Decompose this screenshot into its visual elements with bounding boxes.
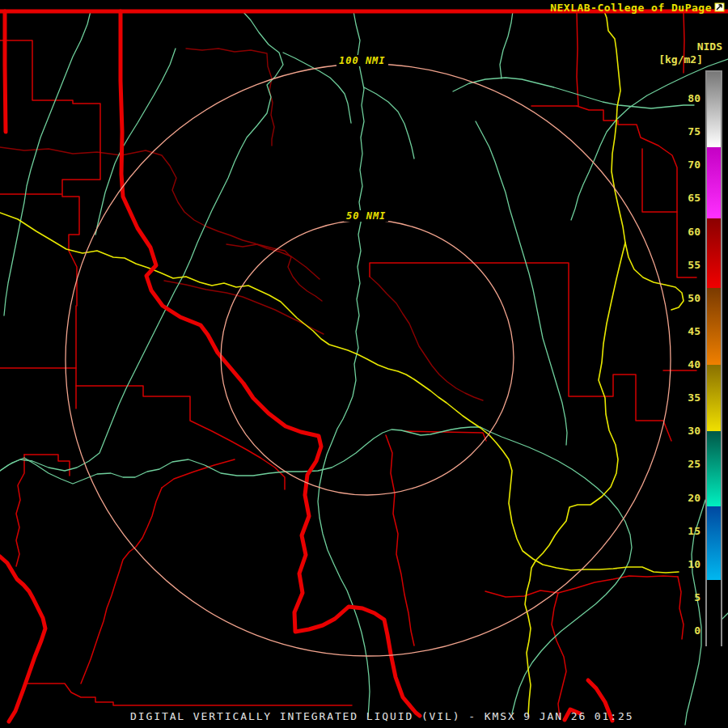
nw-arrow-box-icon — [714, 2, 725, 12]
colorbar-tick-label: 80 — [688, 92, 700, 105]
colorbar-tick-label: 50 — [688, 292, 700, 305]
river-line — [0, 11, 283, 471]
colorbar-tick-label: 40 — [688, 358, 700, 371]
county-boundary-dark — [186, 49, 274, 146]
county-boundary — [81, 488, 162, 684]
county-boundary — [485, 576, 678, 597]
colorbar-units: [kg/m2] — [658, 53, 703, 66]
county-boundary-dark — [0, 147, 320, 279]
river-line — [0, 427, 632, 713]
highway-line — [0, 213, 679, 573]
colorbar-segment — [707, 365, 721, 431]
header-title: NEXLAB-College of DuPage — [550, 2, 712, 14]
river-line — [364, 87, 414, 159]
range-ring-label-50nmi: 50 NMI — [344, 210, 388, 222]
colorbar-tick-label: 60 — [688, 226, 700, 239]
county-boundary-dark — [226, 244, 322, 301]
colorbar-segment — [707, 506, 721, 580]
colorbar-tick-label: 75 — [688, 125, 700, 138]
colorbar-tick-label: 5 — [694, 591, 700, 604]
colorbar-segment — [707, 288, 721, 365]
colorbar-segment — [707, 147, 721, 218]
colorbar-title: NIDS — [697, 40, 722, 53]
colorbar-tick-label: 10 — [688, 558, 700, 571]
colorbar-segment — [707, 218, 721, 288]
county-boundary — [577, 11, 578, 106]
colorbar-segment — [707, 72, 721, 147]
colorbar-tick-label: 45 — [688, 325, 700, 338]
county-boundary — [552, 593, 566, 718]
river-line — [4, 11, 91, 315]
radar-map-canvas — [0, 0, 728, 728]
river-line — [571, 59, 728, 220]
county-boundary — [577, 106, 677, 212]
colorbar-segment — [707, 580, 721, 647]
colorbar-tick-label: 15 — [688, 525, 700, 538]
colorbar-tick-label: 25 — [688, 458, 700, 471]
county-boundary-dark — [370, 277, 483, 400]
river-line — [500, 11, 513, 78]
colorbar-tick-label: 35 — [688, 392, 700, 404]
product-title: DIGITAL VERTICALLY INTEGRATED LIQUID (VI… — [130, 710, 634, 722]
range-ring-label-100nmi: 100 NMI — [336, 55, 388, 66]
colorbar-tick-label: 70 — [688, 159, 700, 171]
county-boundary — [0, 40, 100, 306]
colorbar-tick-label: 20 — [688, 492, 700, 505]
colorbar-tick-label: 65 — [688, 192, 700, 205]
river-line — [476, 121, 567, 445]
county-boundary — [16, 455, 24, 566]
interstate-highway-line — [0, 557, 45, 722]
range-ring-50nmi — [221, 220, 514, 495]
county-boundary — [27, 684, 352, 705]
county-boundary — [370, 263, 671, 441]
colorbar-tick-label: 30 — [688, 425, 700, 438]
county-boundary — [678, 577, 684, 639]
radar-display: 100 NMI 50 NMI NEXLAB-College of DuPage … — [0, 0, 728, 728]
colorbar — [705, 70, 722, 646]
river-line — [453, 78, 694, 108]
county-boundary-dark — [164, 281, 324, 334]
highway-line — [525, 243, 625, 715]
colorbar-tick-label: 55 — [688, 259, 700, 272]
colorbar-tick-label: 0 — [694, 624, 700, 637]
county-boundary — [404, 431, 486, 441]
colorbar-segment — [707, 431, 721, 506]
interstate-highway-line — [5, 11, 6, 132]
county-boundary — [386, 435, 414, 645]
